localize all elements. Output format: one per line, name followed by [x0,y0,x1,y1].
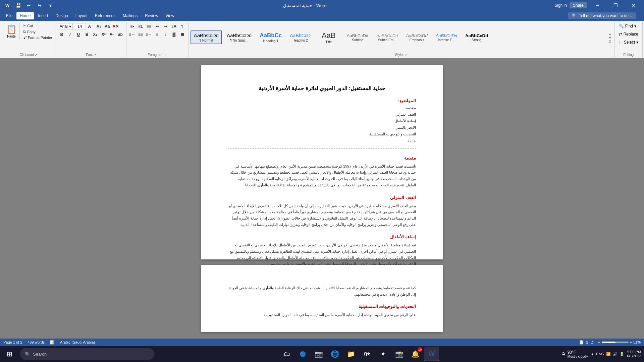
menu-home[interactable]: Home [16,12,34,19]
taskbar-app-store[interactable]: 🛍 [360,347,375,361]
clock[interactable]: 5:00 PM 6/1/2023 [627,350,641,358]
clear-formatting-btn[interactable]: A✕ [112,23,119,30]
undo-quick-btn[interactable]: ↩ [24,1,34,10]
center-btn[interactable]: ≡≡ [137,31,144,38]
taskbar-app-explorer[interactable]: 🗂 [279,347,294,361]
style-intense-e[interactable]: AaBbCcDd Intense E... [432,31,461,44]
multilevel-btn[interactable]: ≡≡ [145,23,153,30]
menu-layout[interactable]: Layout [72,12,91,19]
borders-btn[interactable]: ⊞ [179,31,186,38]
styles-scroll-up[interactable]: ▲▼⊡ [608,32,612,44]
start-button[interactable]: ⊞ [3,347,16,361]
section-1-body: تأسست قسم حماية الأسرة في الأردن عام 199… [228,163,416,188]
redo-quick-btn[interactable]: ↪ [35,1,44,10]
font-group: Arial ▾ 14 A↑ A↓ Aa A✕ B I U S X₂ X² A▬ … [56,22,126,58]
menu-file[interactable]: File [3,12,16,19]
share-btn[interactable]: Share [570,2,587,8]
cut-button[interactable]: ✂ Cut [22,23,54,28]
strikethrough-btn[interactable]: S [83,31,91,38]
find-icon: 🔍 [619,24,624,28]
format-painter-icon: 🖌 [23,36,27,40]
style-subtitle[interactable]: AaBbCcDd Subtitle [343,31,372,44]
print-layout-btn[interactable]: 📄 [579,340,584,345]
web-layout-btn[interactable]: 🖺 [585,340,589,345]
styles-expand[interactable]: ↗ [405,53,408,57]
bold-btn[interactable]: B [58,31,65,38]
underline-btn[interactable]: U [75,31,82,38]
read-mode-btn[interactable]: 🗋 [590,340,594,345]
font-size-box[interactable]: 14 [74,23,86,30]
sign-in-link[interactable]: Sign in [554,3,567,8]
italic-btn[interactable]: I [66,31,74,38]
menu-review[interactable]: Review [142,12,161,19]
title-bar-left: W 💾 ↩ ↪ ▾ [3,1,55,10]
taskbar-app-blue[interactable]: ✦ [376,347,391,361]
zoom-in-btn[interactable]: + [630,340,632,344]
taskbar-app-browser1[interactable]: 🔵 [296,347,310,361]
style-no-spacing[interactable]: AaBbCcDd ¶ No Spac... [223,31,255,44]
subscript-btn[interactable]: X₂ [92,31,99,38]
font-expand[interactable]: ↗ [93,53,96,57]
save-quick-btn[interactable]: 💾 [13,1,23,10]
taskbar-app-edge[interactable]: 🌐 [328,347,342,361]
editing-group: 🔍 Find ▾ ⇄ Replace ⬚ Select ▾ Editing [615,22,643,58]
style-normal[interactable]: AaBbCcDd ¶ Normal [191,31,222,44]
taskbar-search[interactable]: 🔍 Search [20,348,154,360]
font-name-dropdown[interactable]: Arial ▾ [58,23,73,30]
document-area: حماية المستقبل: الدور الحيوي لدائرة حماي… [0,58,644,339]
style-subtle-em[interactable]: AaBbCcDd Subtle Em... [373,31,401,44]
paragraph-expand[interactable]: ↗ [164,53,167,57]
copy-button[interactable]: ⧉ Copy [22,29,54,35]
menu-mailings[interactable]: Mailings [119,12,141,19]
find-button[interactable]: 🔍 Find ▾ [617,23,638,29]
style-heading2[interactable]: AaBbCcD Heading 2 [286,31,314,44]
quick-access-more[interactable]: ▾ [46,1,55,10]
taskbar-app-folder[interactable]: 📁 [344,347,359,361]
numbering-btn[interactable]: ≡1 [137,23,144,30]
style-emphasis[interactable]: AaBbCcDd Emphasis [402,31,431,44]
clipboard-expand[interactable]: ↗ [35,53,37,57]
replace-button[interactable]: ⇄ Replace [617,31,640,38]
toc-heading: المواضيع: [228,98,416,103]
taskbar-app-counter[interactable]: 🔔 10 [408,347,423,361]
taskbar-app-instagram[interactable]: 📸 [392,347,407,361]
sort-btn[interactable]: ↕A [170,23,178,30]
highlight-btn[interactable]: ab [117,31,124,38]
menu-references[interactable]: References [92,12,119,19]
line-spacing-btn[interactable]: ↕ [162,31,169,38]
justify-btn[interactable]: ≡ [154,31,161,38]
format-painter-button[interactable]: 🖌 Format Painter [22,35,54,40]
close-btn[interactable]: ✕ [626,0,641,11]
bullets-btn[interactable]: ≡• [128,23,136,30]
zoom-slider[interactable] [602,342,629,343]
shading-btn[interactable]: ▓ [170,31,178,38]
restore-btn[interactable]: ❐ [608,0,623,11]
decrease-indent-btn[interactable]: ⇤ [154,23,161,30]
section-2-heading: العنف المنزلي [228,195,416,200]
menu-view[interactable]: View [162,12,178,19]
paste-button[interactable]: 📋 Paste [3,23,20,40]
align-right-btn[interactable]: ≡→ [145,31,153,38]
style-heading1[interactable]: AaBbCc Heading 1 [256,30,285,45]
tell-me-search[interactable]: 🔍 Tell me what you want to do... [568,12,636,19]
svg-text:W: W [5,3,10,8]
style-title[interactable]: AaB Title [315,29,342,46]
menu-design[interactable]: Design [52,12,71,19]
increase-indent-btn[interactable]: ⇥ [162,23,169,30]
minimize-btn[interactable]: ─ [590,0,605,11]
shrink-font-btn[interactable]: A↓ [95,23,103,30]
tray-arrow[interactable]: ▲ [590,352,594,356]
font-color-btn[interactable]: A▬ [108,31,116,38]
align-left-btn[interactable]: ≡← [128,31,136,38]
superscript-btn[interactable]: X² [100,31,107,38]
zoom-out-btn[interactable]: − [598,340,600,344]
style-strong[interactable]: AaBbCcDd Strong [462,31,491,44]
select-button[interactable]: ⬚ Select ▾ [617,39,640,46]
menu-insert[interactable]: Insert [35,12,51,19]
taskbar-app-camera[interactable]: 📷 [312,347,326,361]
taskbar-app-word[interactable]: W [424,347,439,361]
cut-icon: ✂ [23,23,26,28]
show-hide-btn[interactable]: ¶ [179,23,186,30]
grow-font-btn[interactable]: A↑ [87,23,94,30]
change-case-btn[interactable]: Aa [104,23,111,30]
